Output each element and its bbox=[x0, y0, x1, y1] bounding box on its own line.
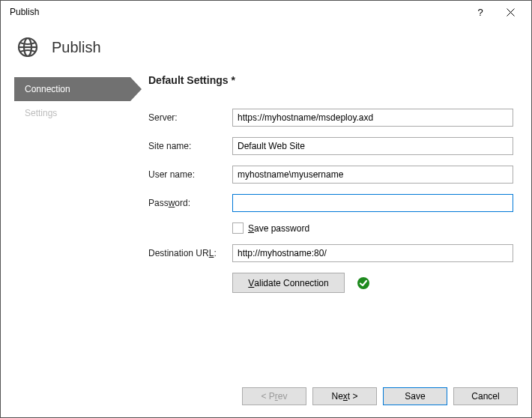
row-username: User name: bbox=[148, 166, 513, 184]
titlebar: Publish ? bbox=[1, 1, 531, 23]
save-password-label: Save password bbox=[248, 223, 309, 234]
sitename-label: Site name: bbox=[148, 141, 232, 151]
svg-point-5 bbox=[357, 277, 369, 289]
save-password-checkbox[interactable] bbox=[232, 222, 244, 234]
wizard-nav: Connection Settings bbox=[14, 71, 130, 293]
help-button[interactable]: ? bbox=[465, 1, 495, 23]
username-label: User name: bbox=[148, 169, 232, 180]
username-input[interactable] bbox=[232, 166, 513, 184]
server-input[interactable] bbox=[232, 109, 513, 127]
sitename-input[interactable] bbox=[232, 137, 513, 155]
password-label: Password: bbox=[148, 198, 232, 208]
row-sitename: Site name: bbox=[148, 137, 513, 155]
nav-item-label: Settings bbox=[25, 108, 57, 118]
desturl-input[interactable] bbox=[232, 244, 513, 262]
row-save-password: Save password bbox=[148, 222, 513, 234]
form-panel: Default Settings * Server: Site name: Us… bbox=[130, 71, 531, 293]
footer: < Prev Next > Save Cancel bbox=[1, 375, 531, 417]
server-label: Server: bbox=[148, 112, 232, 123]
next-button[interactable]: Next > bbox=[312, 387, 377, 405]
close-button[interactable] bbox=[495, 1, 525, 23]
prev-button: < Prev bbox=[242, 387, 306, 405]
nav-item-settings: Settings bbox=[14, 101, 130, 125]
page-title: Publish bbox=[52, 39, 101, 56]
section-title: Default Settings * bbox=[148, 74, 513, 86]
row-password: Password: bbox=[148, 194, 513, 212]
nav-item-connection[interactable]: Connection bbox=[14, 77, 130, 101]
password-input[interactable] bbox=[232, 194, 513, 212]
save-button[interactable]: Save bbox=[383, 387, 447, 405]
nav-item-label: Connection bbox=[25, 84, 70, 94]
row-server: Server: bbox=[148, 109, 513, 127]
cancel-button[interactable]: Cancel bbox=[453, 387, 518, 405]
row-validate: Validate Connection bbox=[148, 273, 513, 293]
desturl-label: Destination URL: bbox=[148, 248, 232, 258]
check-circle-icon bbox=[357, 276, 370, 290]
globe-icon bbox=[17, 37, 38, 58]
window-title: Publish bbox=[7, 7, 465, 17]
close-icon bbox=[507, 8, 515, 16]
row-destination-url: Destination URL: bbox=[148, 244, 513, 262]
header: Publish bbox=[1, 23, 531, 71]
validate-connection-button[interactable]: Validate Connection bbox=[232, 273, 345, 293]
